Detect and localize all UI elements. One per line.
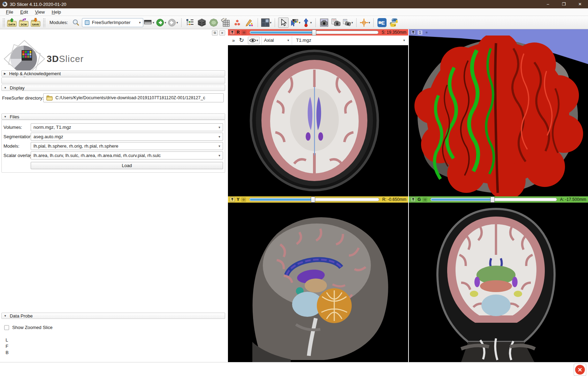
- fiducial-icon: [302, 18, 310, 27]
- rotate-to-volume-icon[interactable]: ↻: [239, 37, 244, 44]
- place-fiducial-button[interactable]: ▾: [302, 17, 312, 28]
- pin-icon[interactable]: [411, 197, 416, 202]
- spin-view-icon[interactable]: ✳: [424, 30, 429, 35]
- orientation-selector[interactable]: Axial ▾: [261, 36, 292, 45]
- close-button[interactable]: ✕: [572, 0, 588, 8]
- minimize-button[interactable]: –: [540, 0, 556, 8]
- pin-icon[interactable]: [230, 30, 235, 35]
- display-section[interactable]: ▼ Display: [1, 85, 225, 91]
- probe-row-f: F: [6, 344, 8, 349]
- empty-collapsed-bar: [1, 77, 225, 84]
- svg-text:SAVE: SAVE: [32, 23, 39, 26]
- forward-icon: [168, 18, 176, 27]
- module-search-button[interactable]: [71, 17, 81, 28]
- markups-module-button[interactable]: ✲✲✲: [232, 17, 243, 28]
- pin-icon[interactable]: [230, 197, 235, 202]
- scalar-overlay-combo[interactable]: lh.area, lh.curv, lh.sulc, rh.area, rh.a…: [31, 151, 223, 159]
- screenshot-button[interactable]: [319, 17, 329, 28]
- load-data-button[interactable]: DATA: [7, 17, 17, 28]
- sagittal-slice-slider[interactable]: [249, 198, 379, 201]
- slice-crosshair-icon[interactable]: ✛: [241, 197, 246, 202]
- volume-rendering-button[interactable]: [208, 17, 219, 28]
- module-history-button[interactable]: ▾: [144, 17, 154, 28]
- toolbar-separator: [373, 18, 374, 27]
- menu-edit[interactable]: Edit: [17, 9, 31, 15]
- panel-undock-button[interactable]: ⧉: [212, 30, 218, 36]
- more-options-chevrons[interactable]: »: [232, 38, 235, 43]
- data-probe-section[interactable]: ▼ Data Probe: [1, 313, 225, 319]
- sagittal-viewport[interactable]: Y ✛ R: -0.650mm: [228, 196, 408, 362]
- slider-handle[interactable]: [312, 30, 316, 36]
- extensions-manager-button[interactable]: E: [377, 17, 387, 28]
- load-dicom-button[interactable]: DCM: [19, 17, 29, 28]
- module-hierarchy-button[interactable]: [185, 17, 195, 28]
- freesurfer-directory-field[interactable]: C:/Users/Kyle/Documents/drive-download-2…: [43, 93, 224, 102]
- panel-close-button[interactable]: ✕: [219, 30, 225, 36]
- volumes-value: norm.mgz, T1.mgz: [33, 125, 71, 130]
- segmentations-combo[interactable]: aseg.auto.mgz ▾: [31, 133, 223, 141]
- pin-icon[interactable]: [411, 30, 416, 35]
- window-level-button[interactable]: ▾: [290, 17, 300, 28]
- modules-back-button[interactable]: ▾: [156, 17, 166, 28]
- volumes-module-button[interactable]: [220, 17, 231, 28]
- module-selector[interactable]: FreeSurferImporter ▾: [82, 18, 143, 27]
- toolbar-separator: [258, 18, 258, 27]
- chevron-down-icon: ▾: [216, 125, 220, 129]
- coronal-slice-image[interactable]: [409, 203, 588, 362]
- menu-view[interactable]: View: [32, 9, 48, 15]
- volume-selector[interactable]: T1.mgz ▾: [292, 36, 408, 45]
- toolbar-grip[interactable]: [43, 18, 46, 27]
- chevron-down-icon: ▾: [216, 154, 220, 157]
- eye-icon: [249, 38, 256, 43]
- layout-selector-button[interactable]: ▾: [261, 17, 272, 28]
- axial-viewport[interactable]: R ✛ S: 19.350mm » ↻ ▾: [228, 29, 408, 196]
- load-files-button[interactable]: Load: [31, 162, 223, 169]
- scene-view-restore-button[interactable]: ▾: [343, 17, 353, 28]
- slice-crosshair-icon[interactable]: ✛: [422, 197, 427, 202]
- axial-slice-slider[interactable]: [250, 31, 379, 34]
- title-bar: 3D Slicer 4.11.0-2020-01-20 – ❐ ✕: [0, 0, 588, 8]
- python-console-button[interactable]: [389, 17, 399, 28]
- viewport-area: R ✛ S: 19.350mm » ↻ ▾: [228, 29, 588, 362]
- restore-button[interactable]: ❐: [556, 0, 572, 8]
- menu-help[interactable]: Help: [48, 9, 64, 15]
- toolbar-grip[interactable]: [2, 18, 5, 27]
- expanded-arrow-icon: ▼: [4, 86, 7, 89]
- coronal-viewport[interactable]: G ✛ A: -17.500mm: [409, 196, 588, 362]
- data-module-button[interactable]: [197, 17, 207, 28]
- volumes-combo[interactable]: norm.mgz, T1.mgz ▾: [31, 123, 223, 131]
- chevron-down-icon: ▾: [257, 39, 258, 42]
- coronal-slice-slider[interactable]: [430, 198, 557, 201]
- slice-crosshair-icon[interactable]: ✛: [242, 30, 246, 35]
- logo-3d: 3D: [47, 54, 59, 64]
- green-sphere-icon: [209, 18, 218, 27]
- sagittal-slice-image[interactable]: [228, 203, 408, 362]
- sagittal-slice-offset: R: -0.650mm: [382, 197, 406, 202]
- modules-forward-button[interactable]: ▾: [168, 17, 178, 28]
- axial-slice-image[interactable]: [228, 45, 408, 196]
- chevron-down-icon: ▾: [288, 38, 289, 42]
- threed-viewport[interactable]: 1 ✳: [409, 29, 588, 196]
- save-button[interactable]: SAVE: [31, 17, 41, 28]
- models-combo[interactable]: lh.pial, lh.sphere, rh.orig, rh.pial, rh…: [31, 142, 223, 150]
- axial-controls-row: » ↻ ▾ Axial ▾ T1.mgz ▾: [228, 36, 408, 45]
- crosshair-button[interactable]: ▾: [360, 17, 370, 28]
- scene-capture-icon: [331, 18, 341, 27]
- error-log-button[interactable]: ✕: [574, 363, 586, 376]
- annotations-button[interactable]: [244, 17, 254, 28]
- menu-file[interactable]: File: [3, 9, 16, 15]
- back-icon: [156, 18, 164, 27]
- show-zoomed-slice-checkbox[interactable]: [4, 325, 9, 330]
- chevron-down-icon: ▾: [403, 38, 405, 42]
- files-section[interactable]: ▼ Files: [1, 113, 225, 120]
- slider-handle[interactable]: [311, 197, 315, 203]
- load-dicom-icon: DCM: [19, 18, 29, 28]
- markups-icon: ✲✲✲: [234, 19, 240, 26]
- scene-view-capture-button[interactable]: [331, 17, 341, 28]
- crosshair-icon: [360, 18, 368, 27]
- slice-visibility-button[interactable]: ▾: [248, 37, 260, 44]
- mouse-interaction-button[interactable]: [278, 17, 289, 28]
- help-acknowledgement-section[interactable]: ▶ Help & Acknowledgement: [1, 70, 225, 77]
- threed-scene[interactable]: [409, 29, 588, 196]
- slider-handle[interactable]: [490, 197, 495, 203]
